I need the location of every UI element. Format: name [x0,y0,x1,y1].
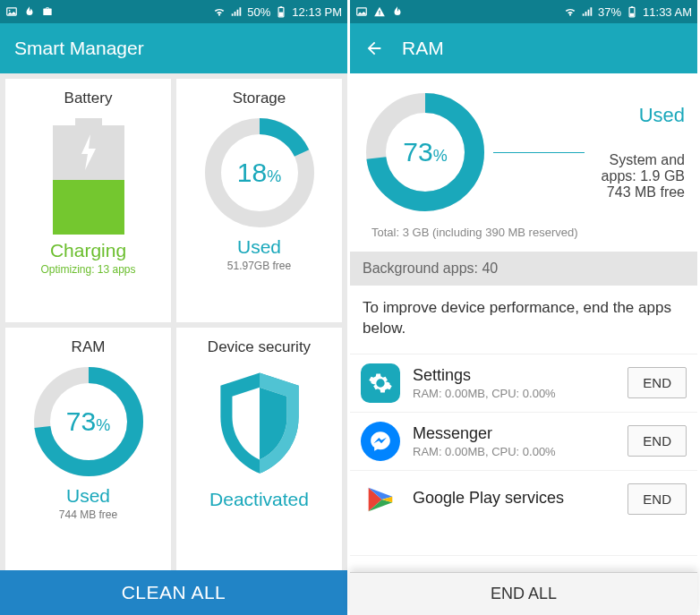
smart-manager-screen: 50% 12:13 PM Smart Manager Battery Charg… [0,0,350,615]
app-title: RAM [402,38,444,59]
image-icon [355,5,368,18]
svg-rect-3 [280,6,282,7]
card-title: Battery [64,90,113,107]
wifi-icon [564,5,576,18]
list-item: Google Play services END [350,471,697,556]
status-bar: 37% 11:33 AM [350,0,697,23]
free-line: 743 MB free [593,184,685,201]
warning-icon [373,5,386,18]
card-title: Device security [208,338,311,356]
end-all-label: END ALL [491,585,557,603]
flame-icon [391,5,404,18]
ram-sub: 744 MB free [59,508,117,521]
messenger-app-icon [361,422,400,461]
ram-stats: Used System and apps: 1.9 GB 743 MB free [593,104,685,201]
system-apps-line: System and apps: 1.9 GB [593,152,685,184]
ram-status: Used [66,485,110,507]
performance-hint: To improve device performance, end the a… [350,286,697,354]
ram-summary: 73% Used System and apps: 1.9 GB 743 MB … [350,73,697,252]
flame-icon [23,5,36,18]
storage-card[interactable]: Storage 18% Used 51.97GB free [176,79,342,322]
back-icon[interactable] [364,38,384,58]
end-all-button[interactable]: END ALL [350,572,697,615]
storage-donut: 18% [201,115,318,231]
settings-app-icon [361,363,400,403]
ram-detail-screen: 37% 11:33 AM RAM 73% Used System and app… [350,0,700,615]
signal-icon [581,5,593,18]
shield-icon [201,363,318,480]
svg-rect-12 [630,13,635,17]
lightning-icon [77,134,100,170]
end-button[interactable]: END [627,425,687,457]
battery-card[interactable]: Battery Charging Optimizing: 13 apps [5,79,171,322]
play-services-app-icon [361,480,400,519]
security-card[interactable]: Device security Deactivated [176,328,342,571]
clean-all-label: CLEAN ALL [122,582,226,603]
ram-detail-donut: 73% [363,90,488,215]
storage-sub: 51.97GB free [227,260,291,272]
ram-detail-pct: 73% [403,137,447,167]
svg-rect-11 [631,6,633,7]
card-grid: Battery Charging Optimizing: 13 apps Sto… [0,73,347,570]
briefcase-icon [41,5,54,18]
app-name: Messenger [413,424,615,443]
card-title: Storage [233,90,286,107]
app-name: Settings [413,366,615,385]
app-name: Google Play services [413,489,615,508]
total-line: Total: 3 GB (including 390 MB reserved) [363,226,685,239]
battery-graphic [53,118,124,235]
app-title: Smart Manager [14,38,144,59]
battery-pct-text: 37% [598,5,621,19]
clock-text: 12:13 PM [292,5,342,19]
list-item: Settings RAM: 0.00MB, CPU: 0.00% END [350,354,697,413]
end-button[interactable]: END [627,483,687,515]
app-meta: RAM: 0.00MB, CPU: 0.00% [413,387,615,400]
app-meta: RAM: 0.00MB, CPU: 0.00% [413,445,615,458]
svg-point-1 [9,10,11,12]
battery-icon [626,5,638,18]
battery-pct-text: 50% [247,5,270,19]
app-bar: RAM [350,23,697,73]
storage-pct-text: 18% [237,158,281,188]
storage-status: Used [237,236,281,258]
security-status: Deactivated [209,489,309,510]
clean-all-button[interactable]: CLEAN ALL [0,570,347,615]
svg-rect-4 [279,13,284,17]
clock-text: 11:33 AM [643,5,692,19]
used-label: Used [593,104,685,127]
background-apps-header: Background apps: 40 [350,252,697,286]
image-icon [5,5,18,18]
app-bar: Smart Manager [0,23,347,73]
battery-status: Charging [50,240,126,261]
pointer-line [493,152,585,153]
ram-pct-text: 73% [66,406,110,437]
end-button[interactable]: END [627,367,687,398]
signal-icon [230,5,243,18]
battery-icon [275,5,287,18]
ram-card[interactable]: RAM 73% Used 744 MB free [5,328,171,571]
card-title: RAM [72,338,106,356]
ram-donut: 73% [30,363,147,480]
status-bar: 50% 12:13 PM [0,0,347,23]
wifi-icon [213,5,226,18]
list-item: Messenger RAM: 0.00MB, CPU: 0.00% END [350,413,697,471]
battery-sub: Optimizing: 13 apps [40,263,135,276]
